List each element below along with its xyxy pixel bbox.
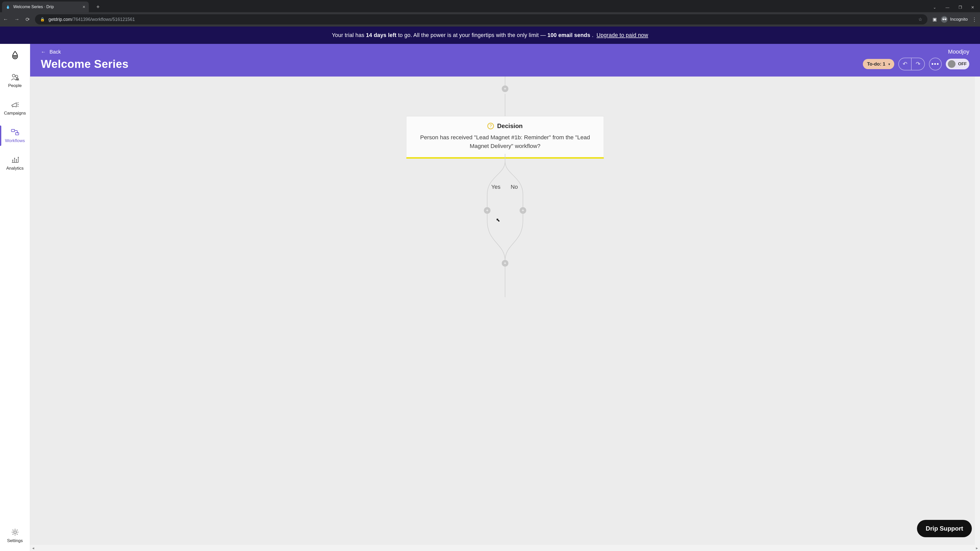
drip-favicon: 💧 (6, 5, 10, 9)
undo-button[interactable]: ↶ (899, 58, 912, 70)
tabs-dropdown-icon[interactable]: ⌄ (933, 5, 936, 10)
nav-back-icon[interactable]: ← (3, 16, 8, 22)
support-button[interactable]: Drip Support (917, 520, 972, 537)
page-title: Welcome Series (41, 58, 129, 70)
svg-point-11 (18, 157, 18, 158)
more-menu-button[interactable]: ••• (929, 58, 942, 70)
svg-point-10 (16, 159, 17, 160)
new-tab-button[interactable]: + (94, 3, 102, 11)
url-input[interactable]: 🔒 getdrip.com/7641396/workflows/51612156… (35, 14, 928, 24)
back-link[interactable]: ← Back (41, 49, 61, 55)
banner-limit: 100 email sends (547, 32, 590, 38)
tabstrip: 💧 Welcome Series · Drip × + ⌄ — ❐ ✕ (0, 0, 980, 12)
sidebar: People Campaigns Wor (0, 44, 30, 551)
window-close-icon[interactable]: ✕ (971, 5, 974, 10)
add-step-button[interactable]: + (502, 86, 508, 92)
decision-node[interactable]: ? Decision Person has received "Lead Mag… (406, 116, 604, 159)
incognito-icon: 🕶 (941, 16, 948, 23)
banner-text: . (592, 32, 595, 38)
workflow-toggle[interactable]: OFF (946, 59, 969, 69)
workflows-icon (11, 128, 20, 136)
ellipsis-icon: ••• (931, 60, 939, 68)
redo-icon: ↷ (916, 61, 920, 67)
undo-redo-group: ↶ ↷ (898, 58, 925, 70)
todo-pill[interactable]: To-do: 1 ▾ (863, 59, 894, 69)
banner-days-left: 14 days left (366, 32, 396, 38)
banner-text: to go. All the power is at your fingerti… (398, 32, 547, 38)
back-label: Back (49, 49, 61, 55)
svg-point-4 (15, 75, 18, 78)
workflow-header: ← Back Moodjoy Welcome Series To-do: 1 ▾ (30, 44, 980, 76)
sidebar-item-analytics[interactable]: Analytics (0, 151, 30, 176)
side-panel-icon[interactable]: ▣ (932, 17, 937, 22)
toggle-label: OFF (958, 62, 967, 67)
drip-logo[interactable] (9, 49, 21, 61)
browser-menu-icon[interactable]: ⋮ (972, 16, 977, 22)
analytics-icon (11, 156, 20, 164)
support-label: Drip Support (926, 525, 963, 532)
svg-rect-6 (11, 129, 14, 132)
nav-forward-icon[interactable]: → (14, 16, 19, 22)
flow-connector (505, 76, 505, 87)
scroll-left-icon[interactable]: ◂ (30, 546, 36, 551)
url-host: getdrip.com (48, 17, 72, 22)
svg-point-12 (14, 531, 16, 534)
add-step-yes-button[interactable]: + (484, 207, 490, 214)
browser-tab[interactable]: 💧 Welcome Series · Drip × (2, 2, 89, 12)
megaphone-icon (11, 100, 20, 109)
toggle-knob (948, 60, 956, 68)
tab-title: Welcome Series · Drip (13, 5, 54, 9)
horizontal-scrollbar[interactable]: ◂ ▸ (30, 545, 980, 551)
banner-text: Your trial has (332, 32, 366, 38)
add-step-no-button[interactable]: + (520, 207, 526, 214)
sidebar-item-workflows[interactable]: Workflows (0, 123, 30, 148)
window-minimize-icon[interactable]: — (945, 5, 950, 10)
trial-banner: Your trial has 14 days left to go. All t… (0, 27, 980, 44)
branch-yes-label: Yes (491, 184, 501, 190)
sidebar-item-label: People (8, 83, 22, 88)
svg-point-0 (13, 56, 14, 56)
lock-icon: 🔒 (40, 17, 45, 22)
scroll-right-icon[interactable]: ▸ (974, 546, 980, 551)
tab-close-icon[interactable]: × (83, 4, 85, 10)
add-step-button[interactable]: + (502, 260, 508, 267)
redo-button[interactable]: ↷ (912, 58, 924, 70)
flow-connector (505, 94, 505, 118)
sidebar-item-label: Analytics (6, 166, 24, 171)
address-bar: ← → ⟳ 🔒 getdrip.com/7641396/workflows/51… (0, 12, 980, 27)
url-path: /7641396/workflows/516121561 (72, 17, 135, 22)
svg-point-9 (14, 158, 15, 159)
workflow-canvas[interactable]: + ? Decision Person has received "Lead M… (30, 76, 980, 551)
nav-reload-icon[interactable]: ⟳ (25, 16, 30, 22)
arrow-left-icon: ← (41, 49, 46, 55)
bookmark-star-icon[interactable]: ☆ (918, 17, 922, 22)
sidebar-item-campaigns[interactable]: Campaigns (0, 95, 30, 121)
sidebar-item-label: Campaigns (4, 111, 26, 116)
window-controls: ⌄ — ❐ ✕ (933, 5, 980, 12)
sidebar-item-people[interactable]: People (0, 68, 30, 94)
sidebar-item-settings[interactable]: Settings (0, 523, 30, 551)
sidebar-item-label: Settings (7, 538, 23, 543)
vertical-scrollbar[interactable] (975, 76, 980, 545)
incognito-label: Incognito (950, 17, 968, 22)
chevron-down-icon: ▾ (888, 62, 890, 66)
gear-icon (11, 528, 20, 536)
svg-point-2 (16, 56, 17, 56)
decision-description: Person has received "Lead Magnet #1b: Re… (417, 133, 593, 151)
svg-point-8 (12, 160, 13, 160)
decision-title: Decision (497, 122, 523, 130)
undo-icon: ↶ (903, 61, 907, 67)
sidebar-item-label: Workflows (5, 138, 25, 143)
upgrade-link[interactable]: Upgrade to paid now (597, 32, 648, 38)
svg-point-1 (14, 56, 15, 56)
flow-connector (505, 267, 505, 297)
org-name[interactable]: Moodjoy (948, 48, 969, 55)
people-icon (11, 73, 20, 81)
question-icon: ? (487, 123, 494, 129)
window-maximize-icon[interactable]: ❐ (959, 5, 962, 10)
incognito-indicator[interactable]: 🕶 Incognito (941, 16, 968, 23)
todo-label: To-do: 1 (867, 61, 885, 67)
branch-no-label: No (511, 184, 518, 190)
svg-point-3 (12, 74, 15, 77)
